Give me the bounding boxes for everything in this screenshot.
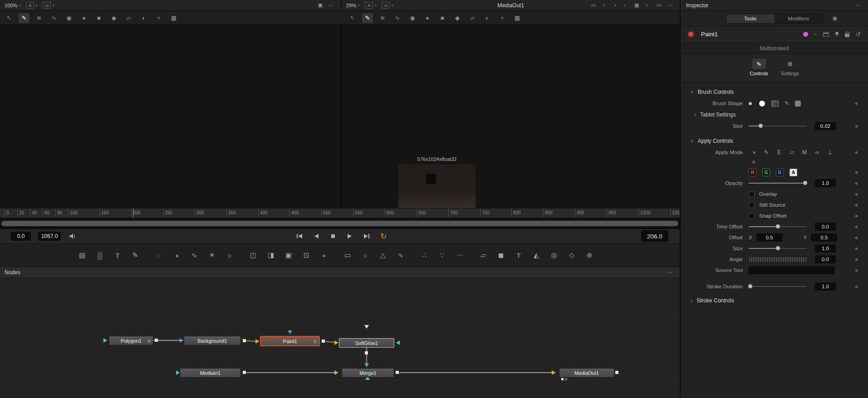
fastnoise-tool-icon[interactable]: ▒ bbox=[94, 249, 106, 261]
node-MediaIn1[interactable]: MediaIn1 bbox=[180, 368, 241, 378]
inspector-layout-icon[interactable]: ▣ bbox=[833, 15, 837, 21]
apply-merge-icon[interactable]: M bbox=[799, 148, 809, 156]
keyframe-diamond-icon[interactable]: ◆ bbox=[855, 284, 858, 289]
stroke-tool-icon[interactable]: ∿ bbox=[49, 13, 59, 23]
left-lut-select-icon[interactable]: ▭ bbox=[43, 2, 51, 9]
size2-slider[interactable] bbox=[749, 245, 807, 252]
multistroke-tool-icon[interactable]: ✎ bbox=[362, 13, 373, 23]
multistroke-tool-icon[interactable]: ✎ bbox=[19, 13, 29, 23]
delta-keyer-tool-icon[interactable]: ⊡ bbox=[300, 249, 312, 261]
left-viewer-options-icon[interactable]: ⋯ bbox=[328, 2, 334, 9]
brush-single-pixel-icon[interactable]: ✎ bbox=[785, 100, 789, 107]
size-slider[interactable] bbox=[749, 123, 807, 129]
keyframe-diamond-icon[interactable]: ◆ bbox=[855, 235, 858, 240]
apply-stamp-icon[interactable]: ⊥ bbox=[825, 148, 835, 156]
eraser-tool-icon[interactable]: + bbox=[497, 13, 508, 23]
keyframe-diamond-icon[interactable]: ◆ bbox=[855, 268, 858, 272]
fill-tool-icon[interactable]: ◆ bbox=[452, 13, 463, 23]
brush-circle-icon[interactable] bbox=[759, 101, 765, 107]
matte-control-tool-icon[interactable]: ▣ bbox=[283, 249, 294, 261]
text-tool-icon[interactable]: T bbox=[112, 249, 123, 261]
rect-brush-tool-icon[interactable]: ■ bbox=[437, 13, 448, 23]
chevron-down-icon[interactable]: ∨ bbox=[391, 4, 393, 7]
offset-y-field[interactable]: 0.5 bbox=[811, 233, 837, 242]
node-Paint1[interactable]: Paint1◇ bbox=[260, 336, 320, 346]
subtab-settings[interactable]: ⚙ Settings bbox=[781, 59, 799, 76]
copy-rect-tool-icon[interactable]: ▱ bbox=[123, 13, 134, 23]
angle-value[interactable]: 0.0 bbox=[815, 255, 836, 263]
color-corrector-tool-icon[interactable]: ◑ bbox=[171, 249, 182, 261]
chevron-down-icon[interactable]: ∨ bbox=[603, 4, 605, 7]
color-curves-tool-icon[interactable]: ∿ bbox=[188, 249, 200, 261]
bspline-mask-tool-icon[interactable]: ∿ bbox=[395, 249, 407, 261]
select-tool-icon[interactable]: ↖ bbox=[347, 13, 358, 23]
pemitter-tool-icon[interactable]: ∴ bbox=[418, 249, 430, 261]
time-offset-slider[interactable] bbox=[749, 223, 807, 230]
brightness-contrast-tool-icon[interactable]: ☀ bbox=[206, 249, 218, 261]
roi-icon[interactable]: ▭ bbox=[657, 2, 662, 8]
apply-erase-icon[interactable]: ▱ bbox=[787, 148, 797, 156]
opacity-value[interactable]: 1.0 bbox=[815, 179, 836, 187]
keyframe-diamond-icon[interactable]: ◆ bbox=[855, 246, 858, 251]
subtab-controls[interactable]: ✎ Controls bbox=[750, 59, 768, 76]
current-frame-field[interactable]: 206.0 bbox=[641, 230, 668, 242]
paint-tool-icon[interactable]: ✎ bbox=[129, 249, 141, 261]
size-value[interactable]: 0.02 bbox=[815, 122, 836, 130]
angle-thumbwheel[interactable] bbox=[749, 257, 807, 262]
source-tool-input[interactable] bbox=[749, 266, 835, 274]
loop-button[interactable]: ↻ bbox=[378, 232, 389, 241]
apply-emboss-icon[interactable]: E bbox=[774, 148, 784, 156]
stop-button[interactable] bbox=[328, 232, 338, 241]
snap-offset-checkbox[interactable] bbox=[749, 213, 755, 219]
keyframe-diamond-icon[interactable]: ◆ bbox=[855, 224, 858, 229]
opacity-slider[interactable] bbox=[749, 180, 807, 186]
right-zoom-select[interactable]: 29% bbox=[346, 3, 356, 8]
left-zoom-select[interactable]: 100% bbox=[5, 3, 17, 8]
prender-tool-icon[interactable]: ⋯ bbox=[454, 249, 466, 261]
audio-mute-icon[interactable] bbox=[69, 233, 77, 239]
brush-image-icon[interactable] bbox=[771, 101, 779, 107]
keyframe-diamond-icon[interactable]: ◆ bbox=[855, 214, 858, 218]
color-wheel-icon[interactable]: ◔ bbox=[613, 3, 617, 8]
keyframe-diamond-icon[interactable]: ◆ bbox=[855, 150, 858, 155]
brush-square-icon[interactable] bbox=[795, 101, 801, 107]
play-button[interactable] bbox=[344, 232, 355, 241]
current-time-field[interactable]: 0.0 bbox=[11, 232, 31, 241]
node-SoftGlow1[interactable]: SoftGlow1 bbox=[339, 338, 394, 348]
section-apply-controls[interactable]: ∨ Apply Controls bbox=[681, 135, 868, 147]
offset-x-field[interactable]: 0.5 bbox=[756, 233, 783, 242]
apply-smear-icon[interactable]: ∞ bbox=[812, 148, 822, 156]
brush-soft-icon[interactable] bbox=[749, 102, 752, 105]
right-channel-select[interactable]: A bbox=[365, 2, 373, 9]
camera-3d-tool-icon[interactable]: ◎ bbox=[548, 249, 560, 261]
chevron-down-icon[interactable]: ∨ bbox=[358, 4, 360, 7]
node-graph[interactable]: Polygon1◇Background1Paint1◇SoftGlow1Medi… bbox=[0, 278, 680, 398]
chevron-down-icon[interactable]: ∨ bbox=[52, 4, 54, 7]
rect-brush-tool-icon[interactable]: ■ bbox=[93, 13, 104, 23]
ellipse-mask-tool-icon[interactable]: ○ bbox=[359, 249, 371, 261]
blur-tool-icon[interactable]: ◌ bbox=[153, 249, 165, 261]
glow-tool-icon[interactable]: ○ bbox=[224, 249, 235, 261]
node-enable-toggle[interactable] bbox=[688, 32, 693, 37]
background-tool-icon[interactable]: ▤ bbox=[76, 249, 88, 261]
text-3d-tool-icon[interactable]: T bbox=[513, 249, 525, 261]
keyframe-diamond-icon[interactable]: ◆ bbox=[855, 124, 858, 128]
select-tool-icon[interactable]: ↖ bbox=[4, 13, 15, 23]
apply-clone-icon[interactable]: ✎ bbox=[761, 148, 771, 156]
node-Merge1[interactable]: Merge1 bbox=[342, 368, 394, 378]
keyframe-diamond-icon[interactable]: ◆ bbox=[855, 257, 858, 262]
overlay-checkbox[interactable] bbox=[749, 191, 755, 197]
copy-rect-tool-icon[interactable]: ▱ bbox=[467, 13, 478, 23]
apply-wire-icon[interactable]: × bbox=[749, 158, 759, 166]
polyline-stroke-tool-icon[interactable]: ◉ bbox=[64, 13, 74, 23]
keyframe-diamond-icon[interactable]: ◆ bbox=[855, 181, 858, 185]
channel-a-button[interactable]: A bbox=[790, 169, 797, 176]
circle-brush-tool-icon[interactable]: ● bbox=[422, 13, 433, 23]
timeline-scrollbar[interactable] bbox=[1, 221, 678, 226]
keyframe-diamond-icon[interactable]: ◆ bbox=[855, 192, 858, 196]
circle-brush-tool-icon[interactable]: ● bbox=[78, 13, 89, 23]
stereo-view-icon[interactable]: ▭ bbox=[591, 2, 596, 8]
spotlight-3d-tool-icon[interactable]: ◇ bbox=[566, 249, 578, 261]
go-to-start-button[interactable] bbox=[294, 232, 305, 241]
node-Polygon1[interactable]: Polygon1◇ bbox=[109, 336, 153, 345]
